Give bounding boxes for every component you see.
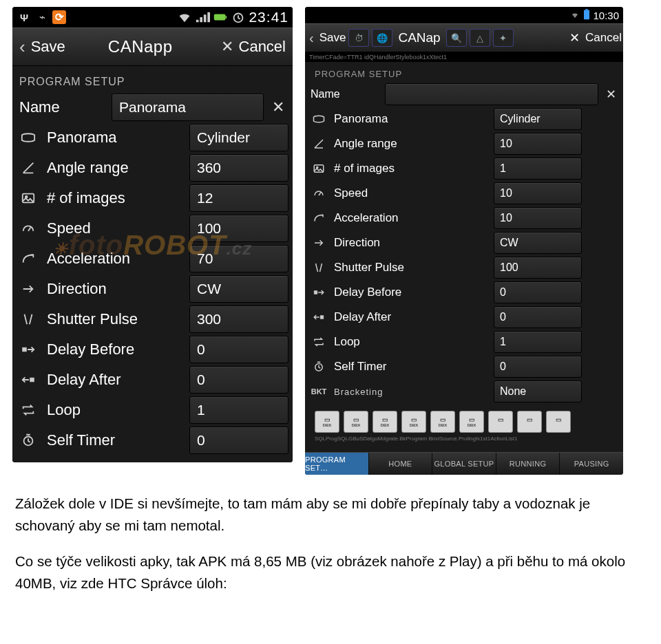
- ide-component-icon[interactable]: ▭DBX: [344, 411, 368, 433]
- save-button[interactable]: Save: [30, 38, 65, 56]
- setting-value[interactable]: 0: [494, 356, 582, 378]
- dafter-icon: [309, 311, 328, 323]
- setting-value[interactable]: 0: [189, 427, 288, 454]
- setting-value[interactable]: None: [494, 380, 582, 402]
- doc-paragraph: Co se týče velikosti apky, tak APK má 8,…: [15, 550, 646, 594]
- setting-value[interactable]: 300: [189, 305, 288, 333]
- loop-icon: [17, 402, 40, 418]
- setting-value[interactable]: 10: [494, 182, 582, 204]
- cancel-button[interactable]: Cancel: [239, 38, 290, 56]
- name-input[interactable]: Panorama: [112, 94, 264, 121]
- setting-row: PanoramaCylinder: [309, 107, 619, 131]
- setting-label: Delay Before: [334, 286, 401, 299]
- dbefore-icon: [17, 342, 40, 357]
- status-clock: 23:41: [249, 9, 288, 25]
- tab-home[interactable]: HOME: [369, 453, 433, 475]
- tab-running[interactable]: RUNNING: [496, 453, 560, 475]
- setting-value[interactable]: 10: [494, 207, 582, 229]
- setting-value[interactable]: CW: [494, 232, 582, 254]
- setting-value[interactable]: 0: [189, 336, 288, 363]
- tab-program-set-[interactable]: PROGRAM SET…: [305, 453, 369, 475]
- setting-value[interactable]: 100: [494, 257, 582, 279]
- panorama-icon: [17, 130, 40, 145]
- clear-name-icon[interactable]: ✕: [268, 98, 288, 116]
- setting-value[interactable]: 10: [494, 133, 582, 155]
- ide-handle-icon[interactable]: △: [470, 29, 490, 47]
- setting-row: Shutter Pulse100: [309, 255, 619, 280]
- setting-value[interactable]: Cylinder: [189, 124, 288, 151]
- setting-row: Self Timer0: [17, 425, 288, 455]
- setting-row: PanoramaCylinder: [17, 122, 288, 153]
- setting-row: DirectionCW: [17, 274, 288, 304]
- setting-row: # of images1: [309, 156, 619, 181]
- setting-value[interactable]: 0: [494, 306, 582, 328]
- clear-name-icon[interactable]: ✕: [602, 87, 619, 102]
- ide-component-icon[interactable]: ▭: [517, 411, 542, 433]
- ide-debug-overlay: TimerCFade=TTR1 idQHandlerStylebook1xXte…: [305, 52, 623, 62]
- setting-row: Speed100: [17, 213, 288, 244]
- back-icon[interactable]: ‹: [15, 36, 30, 58]
- ide-handle-icon[interactable]: ⏱: [348, 29, 369, 47]
- ide-component-icon[interactable]: ▭: [546, 411, 571, 433]
- setting-value[interactable]: CW: [189, 275, 288, 303]
- ide-component-icon[interactable]: ▭DBX: [401, 411, 426, 433]
- direction-icon: [17, 281, 40, 297]
- app-notification-icon: ⟳: [52, 10, 66, 24]
- name-input[interactable]: [385, 83, 598, 105]
- doc-paragraph: Záložek dole v IDE si nevšímejte, to tam…: [15, 493, 646, 537]
- setting-value[interactable]: 0: [189, 366, 288, 394]
- setting-value[interactable]: 0: [494, 281, 582, 303]
- name-row: Name ✕: [309, 82, 619, 107]
- signal-icon: [195, 10, 210, 25]
- setting-label: Acceleration: [47, 250, 130, 268]
- tab-pausing[interactable]: PAUSING: [560, 453, 623, 475]
- shutter-icon: [17, 312, 40, 327]
- tab-global-setup[interactable]: GLOBAL SETUP: [432, 453, 496, 475]
- setting-label: Delay After: [334, 310, 391, 324]
- usb-icon: Ψ: [17, 10, 32, 25]
- setting-value[interactable]: 12: [189, 184, 288, 212]
- ide-component-icon[interactable]: ▭: [488, 411, 513, 433]
- ide-component-icon[interactable]: ▭DBX: [459, 411, 484, 433]
- setting-label: # of images: [334, 162, 395, 175]
- setting-row: # of images12: [17, 183, 288, 213]
- alarm-icon: [231, 10, 246, 25]
- setting-label: Shutter Pulse: [334, 261, 404, 275]
- save-button[interactable]: Save: [319, 31, 346, 45]
- setting-value[interactable]: 70: [189, 245, 288, 272]
- setting-row: Shutter Pulse300: [17, 304, 288, 334]
- setting-value[interactable]: 1: [494, 331, 582, 353]
- close-icon[interactable]: ✕: [216, 38, 239, 56]
- back-icon[interactable]: ‹: [306, 30, 317, 46]
- setting-row: Delay After0: [309, 305, 619, 330]
- setting-value[interactable]: 1: [494, 158, 582, 180]
- ide-handle-icon[interactable]: 🔍: [446, 29, 467, 47]
- setting-value[interactable]: 360: [189, 154, 288, 182]
- svg-rect-13: [320, 316, 324, 319]
- setting-label: Panorama: [47, 129, 117, 147]
- loop-icon: [309, 336, 328, 348]
- ide-component-tray: ▭DBX▭DBX▭DBX▭DBX▭DBX▭DBX▭ ▭ ▭: [309, 404, 619, 436]
- setting-row: Self Timer0: [309, 354, 619, 379]
- setting-value[interactable]: 100: [189, 215, 288, 242]
- setting-value[interactable]: 1: [189, 396, 288, 424]
- ide-handle-icon[interactable]: ✦: [493, 29, 514, 47]
- ide-component-icon[interactable]: ▭DBX: [373, 411, 397, 433]
- bkt-icon: BKT: [309, 387, 328, 396]
- ide-component-icon[interactable]: ▭DBX: [315, 411, 339, 433]
- ide-handle-icon[interactable]: 🌐: [372, 29, 392, 47]
- setting-value[interactable]: Cylinder: [494, 108, 582, 130]
- timer-icon: [309, 361, 328, 373]
- setting-label: Self Timer: [334, 360, 387, 374]
- setting-label: Speed: [334, 186, 368, 200]
- speed-icon: [17, 221, 40, 236]
- setting-label: Shutter Pulse: [47, 310, 138, 328]
- close-icon[interactable]: ✕: [567, 30, 583, 45]
- cancel-button[interactable]: Cancel: [585, 31, 622, 45]
- images-icon: [309, 162, 328, 175]
- setting-label: Bracketing: [334, 387, 383, 397]
- setting-label: Speed: [47, 219, 91, 237]
- setting-label: Direction: [47, 280, 107, 298]
- ide-component-icon[interactable]: ▭DBX: [430, 411, 455, 433]
- debug-icon: ⌁: [34, 10, 50, 25]
